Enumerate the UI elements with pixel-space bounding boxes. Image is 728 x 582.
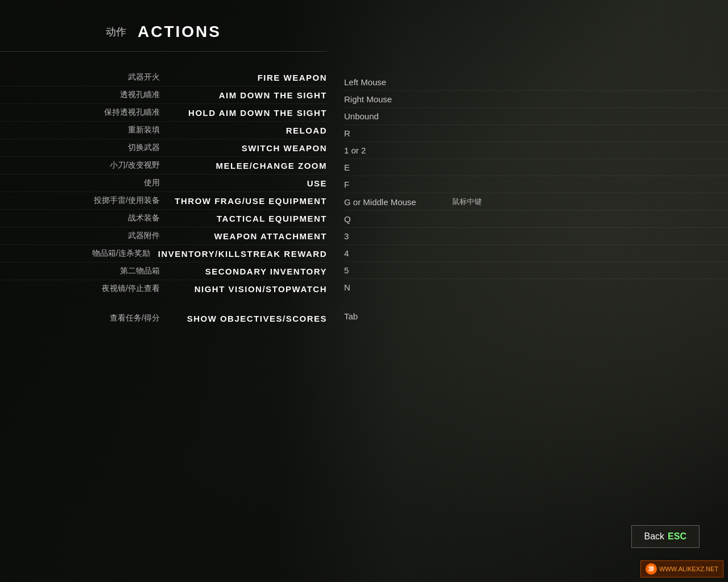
key-value-4: 1 or 2 xyxy=(344,146,446,155)
action-english-9: WEAPON ATTACHMENT xyxy=(168,231,327,241)
action-english-8: TACTICAL EQUIPMENT xyxy=(168,214,327,223)
key-value-7: G or Middle Mouse xyxy=(344,197,446,207)
key-divider xyxy=(344,296,728,308)
action-row-4: 切换武器SWITCH WEAPON xyxy=(0,139,327,157)
action-chinese-12: 夜视镜/停止查看 xyxy=(92,284,160,294)
key-row-8: Q xyxy=(344,211,728,228)
action-row-2: 保持透视孔瞄准HOLD AIM DOWN THE SIGHT xyxy=(0,104,327,122)
action-row-11: 第二物品箱SECONDARY INVENTORY xyxy=(0,263,327,280)
action-chinese-0: 武器开火 xyxy=(92,72,160,82)
back-label: Back xyxy=(644,531,665,542)
action-row-10: 物品箱/连杀奖励INVENTORY/KILLSTREAK REWARD xyxy=(0,245,327,263)
action-chinese-7: 投掷手雷/使用装备 xyxy=(92,196,160,206)
action-english-1: AIM DOWN THE SIGHT xyxy=(168,90,327,100)
watermark-box: 游 WWW.ALIKEXZ.NET xyxy=(640,560,723,577)
action-english-5: MELEE/CHANGE ZOOM xyxy=(168,161,327,171)
key-value-5: E xyxy=(344,163,446,172)
action-english-10: INVENTORY/KILLSTREAK REWARD xyxy=(158,249,327,259)
key-row-12: N xyxy=(344,279,728,296)
action-chinese-9: 武器附件 xyxy=(92,231,160,241)
key-row-10: 4 xyxy=(344,245,728,262)
action-english-0: FIRE WEAPON xyxy=(168,73,327,82)
actions-list: 武器开火FIRE WEAPON透视孔瞄准AIM DOWN THE SIGHT保持… xyxy=(0,69,327,297)
objectives-english: SHOW OBJECTIVES/SCORES xyxy=(168,314,327,323)
objectives-key: Tab xyxy=(344,311,446,321)
key-value-8: Q xyxy=(344,214,446,224)
action-row-1: 透视孔瞄准AIM DOWN THE SIGHT xyxy=(0,86,327,104)
key-value-12: N xyxy=(344,282,446,292)
key-value-6: F xyxy=(344,180,446,189)
action-english-6: USE xyxy=(168,178,327,188)
divider xyxy=(0,297,327,310)
action-row-0: 武器开火FIRE WEAPON xyxy=(0,69,327,86)
key-value-0: Left Mouse xyxy=(344,77,446,87)
action-chinese-11: 第二物品箱 xyxy=(92,266,160,276)
action-chinese-1: 透视孔瞄准 xyxy=(92,90,160,100)
key-row-9: 3 xyxy=(344,228,728,245)
key-value-10: 4 xyxy=(344,248,446,258)
key-row-0: Left Mouse xyxy=(344,74,728,91)
action-english-11: SECONDARY INVENTORY xyxy=(168,267,327,276)
action-chinese-10: 物品箱/连杀奖励 xyxy=(82,248,150,259)
action-chinese-4: 切换武器 xyxy=(92,143,160,153)
key-list: Left MouseRight MouseUnboundR1 or 2EFG o… xyxy=(344,74,728,296)
action-chinese-2: 保持透视孔瞄准 xyxy=(92,107,160,118)
key-row-3: R xyxy=(344,125,728,142)
objectives-key-row: Tab xyxy=(344,308,728,325)
action-row-7: 投掷手雷/使用装备THROW FRAG/USE EQUIPMENT xyxy=(0,192,327,210)
action-english-3: RELOAD xyxy=(168,126,327,135)
watermark: 游 WWW.ALIKEXZ.NET xyxy=(640,560,723,577)
back-key: ESC xyxy=(668,531,686,542)
watermark-text: WWW.ALIKEXZ.NET xyxy=(659,566,718,572)
action-english-12: NIGHT VISION/STOPWATCH xyxy=(168,284,327,294)
action-row-6: 使用USE xyxy=(0,174,327,192)
key-row-7: G or Middle Mouse鼠标中键 xyxy=(344,193,728,211)
action-row-8: 战术装备TACTICAL EQUIPMENT xyxy=(0,210,327,227)
key-value-9: 3 xyxy=(344,231,446,241)
key-row-11: 5 xyxy=(344,262,728,279)
key-row-2: Unbound xyxy=(344,108,728,125)
key-value-3: R xyxy=(344,128,446,138)
action-english-4: SWITCH WEAPON xyxy=(168,143,327,153)
action-english-2: HOLD AIM DOWN THE SIGHT xyxy=(168,108,327,118)
back-button[interactable]: Back ESC xyxy=(631,525,700,548)
key-row-5: E xyxy=(344,159,728,176)
watermark-icon: 游 xyxy=(646,563,657,575)
action-row-9: 武器附件WEAPON ATTACHMENT xyxy=(0,227,327,245)
key-row-4: 1 or 2 xyxy=(344,142,728,159)
action-chinese-3: 重新装填 xyxy=(92,125,160,135)
key-value-2: Unbound xyxy=(344,111,446,121)
section-chinese: 动作 xyxy=(106,25,126,39)
action-english-7: THROW FRAG/USE EQUIPMENT xyxy=(168,196,327,206)
action-chinese-8: 战术装备 xyxy=(92,213,160,223)
key-extra-7: 鼠标中键 xyxy=(452,197,482,207)
key-row-6: F xyxy=(344,176,728,193)
section-english: ACTIONS xyxy=(138,23,221,41)
keys-panel: Left MouseRight MouseUnboundR1 or 2EFG o… xyxy=(327,0,728,582)
key-value-1: Right Mouse xyxy=(344,94,446,104)
key-value-11: 5 xyxy=(344,265,446,275)
section-header: 动作 ACTIONS xyxy=(0,23,327,52)
action-chinese-6: 使用 xyxy=(92,178,160,188)
action-row-3: 重新装填RELOAD xyxy=(0,122,327,139)
key-row-1: Right Mouse xyxy=(344,91,728,108)
action-chinese-5: 小刀/改变视野 xyxy=(92,160,160,171)
objectives-row: 查看任务/得分 SHOW OBJECTIVES/SCORES xyxy=(0,310,327,327)
objectives-chinese: 查看任务/得分 xyxy=(92,313,160,323)
actions-panel: 动作 ACTIONS 武器开火FIRE WEAPON透视孔瞄准AIM DOWN … xyxy=(0,0,327,582)
action-row-5: 小刀/改变视野MELEE/CHANGE ZOOM xyxy=(0,157,327,174)
action-row-12: 夜视镜/停止查看NIGHT VISION/STOPWATCH xyxy=(0,280,327,297)
